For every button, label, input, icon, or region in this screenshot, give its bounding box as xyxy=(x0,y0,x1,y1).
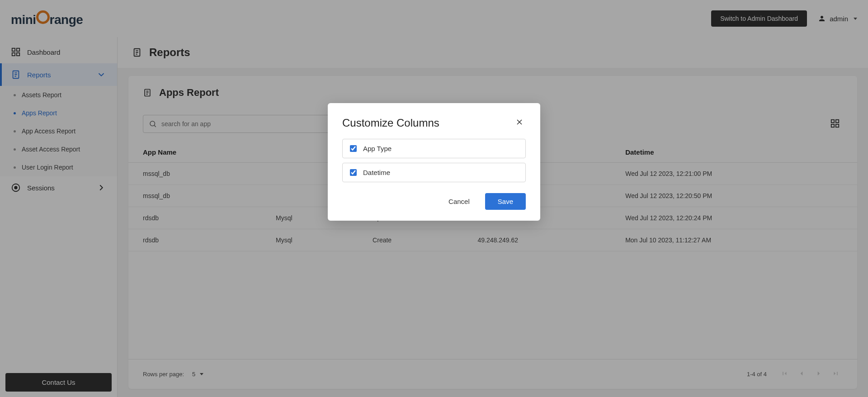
close-icon xyxy=(515,118,524,127)
modal-close-button[interactable] xyxy=(513,116,526,130)
modal-header: Customize Columns xyxy=(342,116,526,130)
save-button[interactable]: Save xyxy=(485,193,526,210)
cancel-button[interactable]: Cancel xyxy=(441,193,477,210)
column-checkbox-app-type[interactable] xyxy=(350,145,357,152)
modal-title: Customize Columns xyxy=(342,117,439,129)
modal-overlay[interactable]: Customize Columns App Type Datetime Canc… xyxy=(0,0,868,397)
modal-actions: Cancel Save xyxy=(342,193,526,210)
customize-columns-modal: Customize Columns App Type Datetime Canc… xyxy=(328,103,540,221)
column-option-label: Datetime xyxy=(363,169,390,176)
column-option-app-type[interactable]: App Type xyxy=(342,139,526,158)
column-option-datetime[interactable]: Datetime xyxy=(342,163,526,182)
column-checkbox-datetime[interactable] xyxy=(350,169,357,176)
column-option-label: App Type xyxy=(363,145,392,152)
